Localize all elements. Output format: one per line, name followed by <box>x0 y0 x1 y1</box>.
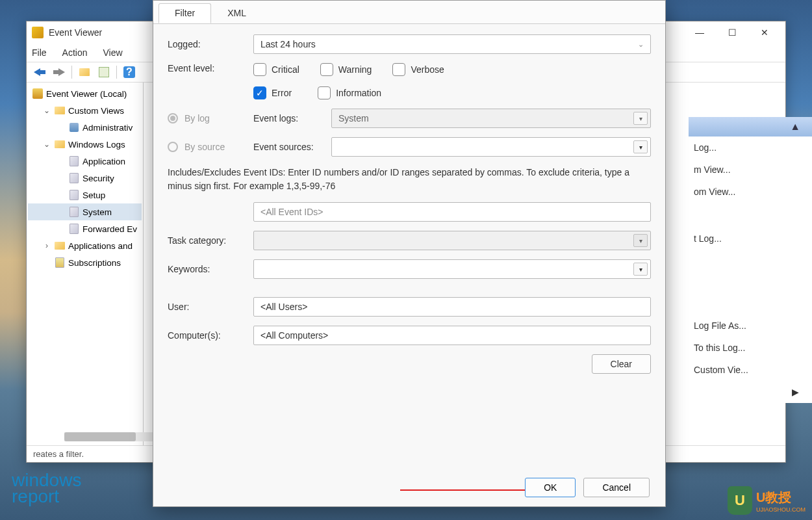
label-logged: Logged: <box>168 39 253 49</box>
action-item[interactable]: Custom Vie... <box>689 359 812 381</box>
help-text-event-ids: Includes/Excludes Event IDs: Enter ID nu… <box>168 166 651 193</box>
label-event-logs: Event logs: <box>253 113 331 124</box>
event-ids-input[interactable]: <All Event IDs> <box>253 202 651 222</box>
actions-pane: ▲ Log... m View... om View... t Log... L… <box>689 117 812 429</box>
ok-button[interactable]: OK <box>525 478 576 497</box>
cancel-button[interactable]: Cancel <box>583 478 650 497</box>
checkbox-critical[interactable]: Critical <box>253 63 299 76</box>
label-computers: Computer(s): <box>168 330 253 341</box>
radio-by-log[interactable]: By log <box>168 113 253 124</box>
computers-input[interactable]: <All Computers> <box>253 326 651 345</box>
checkbox-verbose[interactable]: Verbose <box>392 63 444 76</box>
folder-icon[interactable] <box>75 64 94 81</box>
tab-filter[interactable]: Filter <box>159 3 211 23</box>
tree-setup[interactable]: Setup <box>28 187 142 203</box>
label-user: User: <box>168 302 253 312</box>
watermark-right: U U教授 UJIAOSHOU.COM <box>728 486 806 515</box>
filter-dialog: Filter XML Logged: Last 24 hours⌄ Event … <box>153 0 666 507</box>
tree-forwarded[interactable]: Forwarded Ev <box>28 220 142 237</box>
logged-dropdown[interactable]: Last 24 hours⌄ <box>253 34 651 54</box>
menu-file[interactable]: File <box>32 47 47 58</box>
checkbox-information[interactable]: Information <box>318 86 381 99</box>
chevron-up-icon[interactable]: ▲ <box>790 121 800 133</box>
action-item[interactable]: t Log... <box>689 228 812 250</box>
watermark-left: windows report <box>12 472 81 504</box>
action-item[interactable]: Log... <box>689 136 812 159</box>
action-more[interactable]: ▶ <box>689 381 812 403</box>
keywords-dropdown[interactable]: ▾ <box>253 259 651 279</box>
tree-application[interactable]: Application <box>28 153 142 170</box>
tree-apps-services[interactable]: ›Applications and <box>28 237 142 254</box>
user-input[interactable]: <All Users> <box>253 297 651 317</box>
action-item[interactable]: Log File As... <box>689 315 812 337</box>
action-item[interactable]: m View... <box>689 159 812 181</box>
task-category-dropdown[interactable]: ▾ <box>253 231 651 250</box>
label-task-category: Task category: <box>168 235 253 246</box>
back-button[interactable] <box>31 64 49 81</box>
tab-strip: Filter XML <box>153 1 665 24</box>
checkbox-error[interactable]: ✓Error <box>253 86 292 99</box>
chevron-down-icon: ▾ <box>633 140 648 153</box>
maximize-button[interactable]: ☐ <box>722 25 742 40</box>
svg-marker-0 <box>34 68 45 76</box>
event-sources-dropdown[interactable]: ▾ <box>331 137 651 157</box>
radio-by-source[interactable]: By source <box>168 142 253 152</box>
chevron-down-icon: ▾ <box>633 234 648 247</box>
action-item[interactable]: om View... <box>689 181 812 203</box>
label-event-sources: Event sources: <box>253 142 331 152</box>
help-icon[interactable]: ? <box>120 64 138 81</box>
tree-admin-events[interactable]: Administrativ <box>28 119 142 136</box>
tree-panel: Event Viewer (Local) ⌄Custom Views Admin… <box>27 83 144 445</box>
menu-view[interactable]: View <box>103 47 122 58</box>
menu-action[interactable]: Action <box>62 47 88 58</box>
tree-system[interactable]: System <box>28 203 142 220</box>
app-icon <box>32 27 44 38</box>
label-keywords: Keywords: <box>168 264 253 274</box>
clear-button[interactable]: Clear <box>592 354 651 374</box>
chevron-down-icon: ⌄ <box>638 40 644 49</box>
svg-marker-1 <box>53 68 65 76</box>
tree-security[interactable]: Security <box>28 170 142 187</box>
label-event-level: Event level: <box>168 63 253 73</box>
tab-xml[interactable]: XML <box>211 3 262 23</box>
properties-icon[interactable] <box>95 64 113 81</box>
minimize-button[interactable]: — <box>689 25 710 40</box>
chevron-down-icon: ▾ <box>633 112 648 125</box>
tree-windows-logs[interactable]: ⌄Windows Logs <box>28 136 142 153</box>
tree-custom-views[interactable]: ⌄Custom Views <box>28 102 142 119</box>
action-item[interactable]: To this Log... <box>689 337 812 359</box>
event-logs-dropdown[interactable]: System▾ <box>331 109 651 128</box>
shield-icon: U <box>728 486 752 515</box>
tree-root[interactable]: Event Viewer (Local) <box>28 85 142 102</box>
close-button[interactable]: ✕ <box>754 25 775 40</box>
checkbox-warning[interactable]: Warning <box>320 63 372 76</box>
tree-subscriptions[interactable]: Subscriptions <box>28 254 142 271</box>
chevron-down-icon: ▾ <box>633 263 648 276</box>
forward-button[interactable] <box>50 64 68 81</box>
